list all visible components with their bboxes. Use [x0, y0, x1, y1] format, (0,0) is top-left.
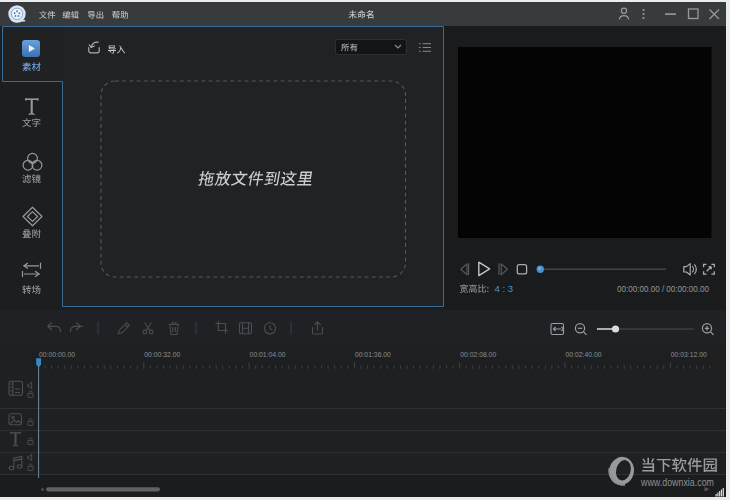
svg-text:00:00:00.00: 00:00:00.00 — [39, 350, 75, 359]
svg-text:00:01:04.00: 00:01:04.00 — [250, 350, 286, 359]
svg-text:4 : 3: 4 : 3 — [495, 283, 514, 294]
svg-text:00:01:36.00: 00:01:36.00 — [355, 350, 391, 359]
svg-text:www.downxia.com: www.downxia.com — [640, 475, 714, 489]
svg-text:00:02:40.00: 00:02:40.00 — [566, 350, 602, 359]
svg-text:00:00:32.00: 00:00:32.00 — [144, 350, 180, 359]
svg-text:00:02:08.00: 00:02:08.00 — [460, 350, 496, 359]
svg-text:00:03:12.00: 00:03:12.00 — [671, 350, 707, 359]
svg-text:00:00:00.00 / 00:00:00.00: 00:00:00.00 / 00:00:00.00 — [617, 284, 709, 294]
